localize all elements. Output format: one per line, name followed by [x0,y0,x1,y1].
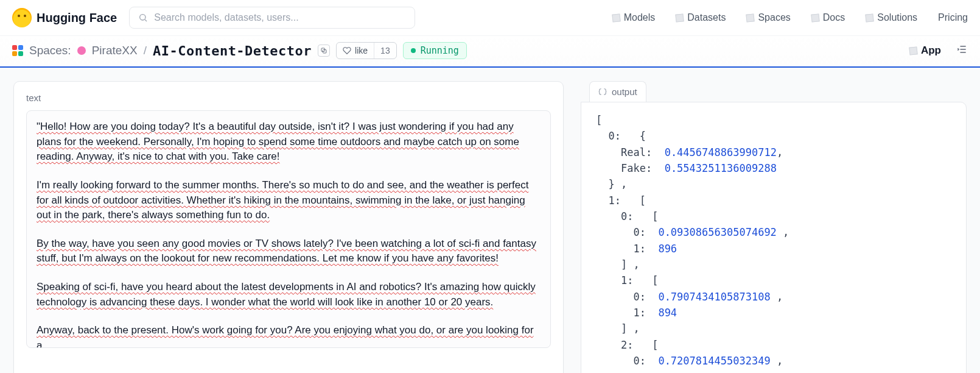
copy-name-button[interactable] [318,44,330,57]
search-icon [138,13,148,23]
like-group: like 13 [336,42,397,59]
nav-datasets[interactable]: Datasets [676,12,726,23]
top-nav: Hugging Face Search models, datasets, us… [0,0,980,35]
status-dot-icon [411,48,416,53]
status-badge: Running [403,42,467,59]
briefcase-icon [866,13,874,22]
search-placeholder: Search models, datasets, users... [154,12,298,23]
breadcrumb-slash: / [144,44,147,57]
brand-block[interactable]: Hugging Face [12,8,117,27]
text-input[interactable]: "Hello! How are you doing today? It's a … [26,110,551,348]
doc-icon [811,13,819,22]
search-input[interactable]: Search models, datasets, users... [129,7,415,29]
app-icon [909,46,917,55]
spaces-icon [12,45,23,56]
app-tab-button[interactable]: App [909,44,941,57]
nav-docs[interactable]: Docs [811,12,845,23]
nav-solutions[interactable]: Solutions [866,12,917,23]
input-card: text "Hello! How are you doing today? It… [13,81,564,373]
output-tab[interactable]: output [589,81,646,102]
like-button[interactable]: like [337,43,374,59]
status-text: Running [421,45,459,56]
nav-models[interactable]: Models [612,12,656,23]
svg-point-0 [140,15,145,20]
space-header: Spaces: PirateXX / AI-Content-Detector l… [0,35,980,68]
grid-icon [746,13,755,22]
nav-pricing[interactable]: Pricing [938,12,968,23]
json-icon [598,88,607,96]
cube-icon [612,13,620,22]
heart-icon [343,46,351,55]
output-panel: output [ 0: { Real: 0.4456748863990712, … [581,81,967,373]
svg-line-1 [145,20,147,21]
database-icon [676,13,684,22]
nav-right: Models Datasets Spaces Docs Solutions Pr… [612,12,968,23]
brand-text: Hugging Face [37,11,117,25]
space-name[interactable]: AI-Content-Detector [153,43,312,59]
like-count: 13 [374,43,396,59]
hf-logo-icon [12,8,32,27]
spaces-label: Spaces: [29,44,71,57]
owner-link[interactable]: PirateXX [92,44,138,57]
nav-spaces[interactable]: Spaces [746,12,790,23]
output-json: [ 0: { Real: 0.4456748863990712, Fake: 0… [581,102,967,373]
owner-avatar-icon [77,46,86,55]
sidebar-toggle-button[interactable] [956,43,968,58]
app-body: text "Hello! How are you doing today? It… [0,68,980,373]
input-label: text [26,93,551,103]
